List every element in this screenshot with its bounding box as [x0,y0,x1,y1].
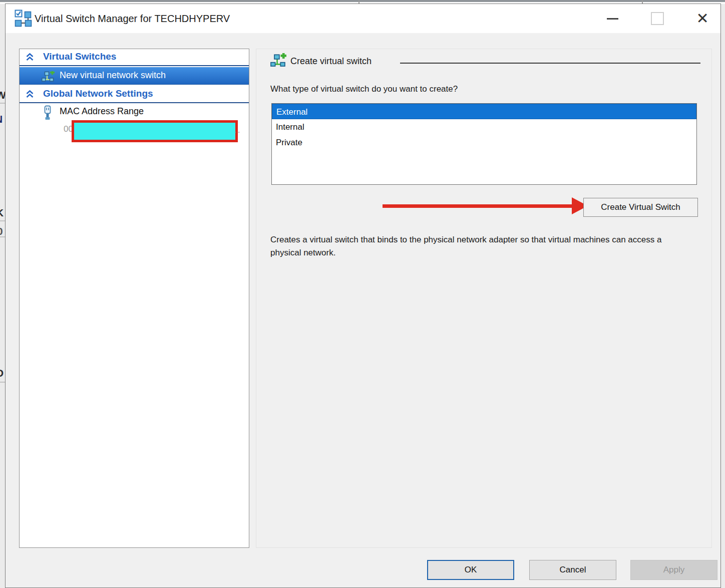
annotation-arrow [383,204,573,208]
collapse-chevron-icon[interactable] [26,90,34,99]
collapse-chevron-icon[interactable] [26,53,34,62]
hyperv-switch-manager-icon [15,10,33,28]
sidebar-section-global-network-settings[interactable]: Global Network Settings [20,86,249,103]
navigation-sidebar: Virtual Switches New virtual network swi… [19,49,249,548]
header-rule [400,63,700,64]
list-item-external[interactable]: External [272,104,696,119]
create-virtual-switch-button[interactable]: Create Virtual Switch [583,198,698,217]
maximize-button[interactable] [646,8,669,30]
virtual-switch-manager-dialog: Virtual Switch Manager for TECHDHYPERV ✕… [5,4,721,588]
switch-type-description: Creates a virtual switch that binds to t… [270,233,671,259]
switch-type-listbox[interactable]: External Internal Private [271,103,697,185]
sidebar-section-virtual-switches[interactable]: Virtual Switches [20,49,249,66]
switch-type-question: What type of virtual switch do you want … [270,84,458,94]
redaction-highlight [72,120,238,142]
minimize-button[interactable] [601,8,624,30]
panel-header: Create virtual switch [290,56,372,67]
cancel-button[interactable]: Cancel [529,560,616,580]
sidebar-item-mac-address-range[interactable]: MAC Address Range [60,106,144,117]
minimize-icon [607,18,618,20]
list-item-private[interactable]: Private [272,135,696,150]
mac-range-value-suffix: .. [234,125,241,135]
sidebar-item-new-virtual-network-switch[interactable]: New virtual network switch [20,67,249,85]
maximize-icon [651,12,664,25]
ok-button[interactable]: OK [427,560,514,580]
new-virtual-switch-icon [42,71,55,82]
network-adapter-icon [43,105,53,121]
window-title: Virtual Switch Manager for TECHDHYPERV [35,4,230,33]
title-bar[interactable]: Virtual Switch Manager for TECHDHYPERV ✕ [6,4,720,33]
sidebar-item-label: New virtual network switch [60,70,166,81]
close-button[interactable]: ✕ [691,8,714,30]
screenshot-root: W N K 0 D Virtual Switch Manager for TEC… [0,0,725,588]
create-virtual-switch-panel: Create virtual switch What type of virtu… [256,49,712,548]
list-item-internal[interactable]: Internal [272,119,696,135]
close-icon: ✕ [696,11,708,26]
section-label: Virtual Switches [43,51,116,62]
create-virtual-switch-icon [270,53,286,68]
section-label: Global Network Settings [43,88,153,99]
background-text-fragment: N [0,113,5,125]
apply-button: Apply [630,560,717,580]
